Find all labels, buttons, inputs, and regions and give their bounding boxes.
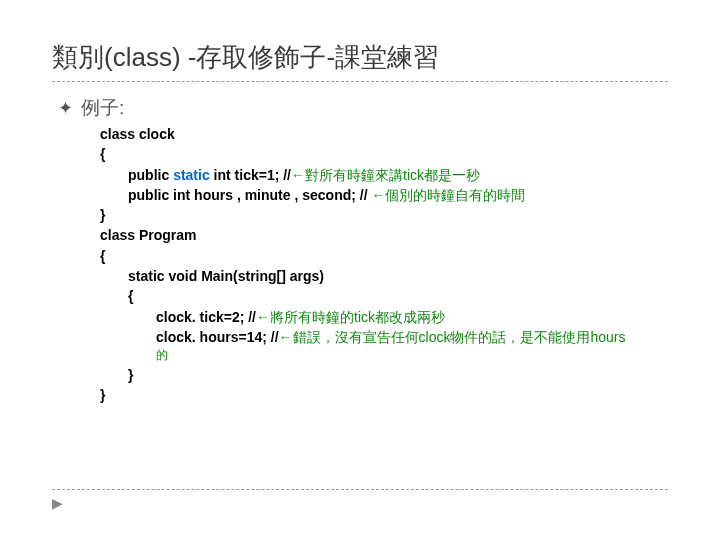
code-comment: 的 (100, 347, 668, 364)
code-line: } (100, 385, 668, 405)
code-line: public static int tick=1; //←對所有時鐘來講tick… (100, 165, 668, 185)
code-comment: ←將所有時鐘的tick都改成兩秒 (256, 309, 445, 325)
footer-divider: ▶ (52, 489, 668, 512)
slide-title: 類別(class) -存取修飾子-課堂練習 (52, 40, 668, 82)
code-line: class clock (100, 124, 668, 144)
code-text: clock. tick=2; // (156, 309, 256, 325)
code-block: class clock { public static int tick=1; … (100, 124, 668, 405)
code-line: { (100, 246, 668, 266)
bullet-text: 例子: (81, 96, 124, 120)
code-comment: ←個別的時鐘自有的時間 (371, 187, 525, 203)
bullet-item: ✦ 例子: (58, 96, 668, 120)
next-arrow-icon: ▶ (52, 495, 63, 511)
code-text: public (128, 167, 173, 183)
code-line: clock. hours=14; //←錯誤，沒有宣告任何clock物件的話，是… (100, 327, 668, 347)
code-line: } (100, 205, 668, 225)
code-text: public int hours , minute , second; // (128, 187, 371, 203)
code-text: int tick=1; // (210, 167, 291, 183)
code-comment: ←對所有時鐘來講tick都是一秒 (291, 167, 480, 183)
code-text: clock. hours=14; // (156, 329, 279, 345)
code-line: } (100, 365, 668, 385)
code-line: clock. tick=2; //←將所有時鐘的tick都改成兩秒 (100, 307, 668, 327)
keyword-static: static (173, 167, 210, 183)
code-line: class Program (100, 225, 668, 245)
code-line: { (100, 286, 668, 306)
code-line: { (100, 144, 668, 164)
code-line: static void Main(string[] args) (100, 266, 668, 286)
bullet-icon: ✦ (58, 96, 73, 120)
code-comment: ←錯誤，沒有宣告任何clock物件的話，是不能使用hours (279, 329, 626, 345)
slide: 類別(class) -存取修飾子-課堂練習 ✦ 例子: class clock … (0, 0, 720, 425)
code-line: public int hours , minute , second; // ←… (100, 185, 668, 205)
